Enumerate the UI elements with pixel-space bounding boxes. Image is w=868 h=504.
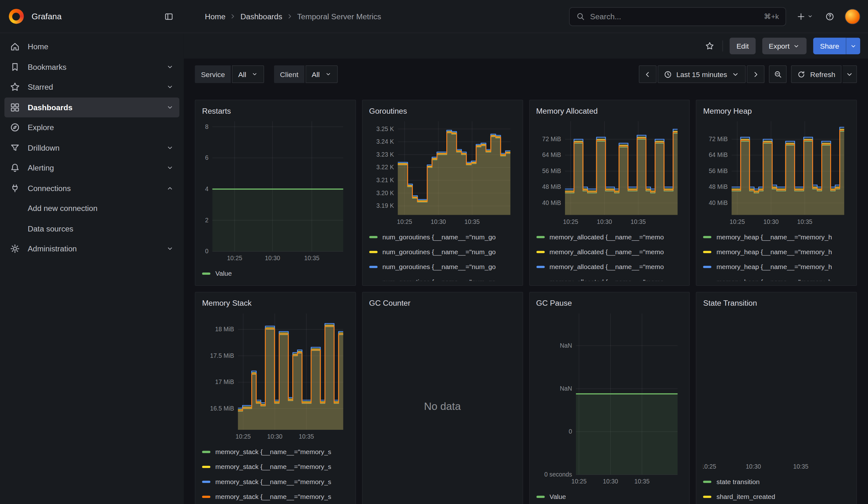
legend-item[interactable]: memory_heap {__name__="memory_h — [703, 244, 850, 259]
chart-area[interactable]: 72 MiB64 MiB56 MiB48 MiB40 MiB10:2510:30… — [536, 118, 683, 227]
legend-label: memory_heap {__name__="memory_h — [716, 263, 832, 271]
share-menu-chevron[interactable] — [846, 38, 860, 54]
legend-item[interactable]: memory_heap {__name__="memory_h — [703, 229, 850, 244]
legend: Value — [536, 489, 683, 504]
svg-text:10:25: 10:25 — [227, 255, 242, 261]
sidebar-item-data-sources[interactable]: Data sources — [4, 218, 179, 239]
chevron-down-icon — [732, 70, 740, 78]
legend-item[interactable]: Value — [202, 266, 349, 281]
legend-item[interactable]: memory_heap {__name__="memory_h — [703, 259, 850, 274]
avatar[interactable] — [845, 9, 860, 24]
sidebar-item-home[interactable]: Home — [4, 37, 179, 57]
sidebar-item-explore[interactable]: Explore — [4, 117, 179, 138]
refresh-interval-chevron[interactable] — [843, 65, 857, 83]
edit-button[interactable]: Edit — [730, 38, 755, 54]
panel-title[interactable]: State Transition — [703, 297, 850, 309]
help-icon[interactable] — [824, 10, 836, 22]
legend-color — [202, 465, 210, 468]
legend-item[interactable]: Value — [536, 489, 683, 504]
sidebar-toggle-icon[interactable] — [163, 10, 175, 22]
legend-item[interactable]: shard_item_created — [703, 489, 850, 504]
legend-color — [369, 236, 377, 238]
time-forward-button[interactable] — [747, 65, 765, 83]
time-range-picker[interactable]: Last 15 minutes — [658, 65, 746, 83]
legend-label: state transition — [716, 478, 760, 486]
refresh-button[interactable]: Refresh — [791, 65, 841, 83]
legend-label: Value — [549, 493, 566, 501]
legend-label: memory_allocated {__name__="memo — [549, 233, 664, 240]
breadcrumb-home[interactable]: Home — [205, 12, 226, 21]
chart-svg: 18 MiB17.5 MiB17 MiB16.5 MiB10:2510:3010… — [202, 310, 349, 442]
sidebar-item-connections[interactable]: Connections — [4, 178, 179, 198]
legend-item[interactable]: memory_allocated {__name__="memo — [536, 244, 683, 259]
bookmark-icon — [10, 62, 20, 72]
legend-item[interactable]: num_goroutines {__name__="num_go — [369, 259, 515, 274]
legend-item[interactable]: num_goroutines {__name__="num_go — [369, 274, 515, 281]
panel-title[interactable]: Memory Stack — [202, 297, 349, 309]
sidebar-item-alerting[interactable]: Alerting — [4, 158, 179, 178]
legend-item[interactable]: memory_allocated {__name__="memo — [536, 259, 683, 274]
panel-title[interactable]: Restarts — [202, 104, 349, 117]
legend-item[interactable]: memory_heap {__name__="memory_h — [703, 274, 850, 281]
star-icon — [10, 82, 20, 92]
home-icon — [10, 42, 20, 52]
legend-item[interactable]: memory_stack {__name__="memory_s — [202, 489, 349, 504]
legend-item[interactable]: memory_stack {__name__="memory_s — [202, 474, 349, 489]
chart-area[interactable]: NaNNaN00 seconds10:2510:3010:35 — [536, 310, 683, 487]
svg-text:10:30: 10:30 — [597, 218, 612, 225]
svg-text:64 MiB: 64 MiB — [542, 152, 561, 158]
chart-area[interactable]: 10:2510:3010:35 — [703, 310, 850, 472]
sidebar-item-starred[interactable]: Starred — [4, 77, 179, 97]
legend-label: memory_stack {__name__="memory_s — [215, 463, 331, 471]
header-left: Grafana — [0, 9, 184, 24]
time-range-label: Last 15 minutes — [676, 70, 727, 78]
zoom-out-icon[interactable] — [769, 65, 787, 83]
chevron-down-icon — [850, 42, 857, 50]
panel-gc-pause: GC PauseNaNNaN00 seconds10:2510:3010:35V… — [529, 292, 690, 504]
panel-title[interactable]: Goroutines — [369, 104, 515, 117]
service-filter-value[interactable]: All — [232, 65, 264, 83]
client-filter-value[interactable]: All — [306, 65, 338, 83]
search-input[interactable]: Search... ⌘+k — [569, 7, 786, 26]
time-back-button[interactable] — [639, 65, 656, 83]
star-icon[interactable] — [704, 40, 716, 52]
legend-item[interactable]: memory_stack {__name__="memory_s — [202, 444, 349, 459]
grafana-logo-icon[interactable] — [9, 9, 24, 24]
share-button[interactable]: Share — [813, 38, 846, 54]
chart-area[interactable]: 18 MiB17.5 MiB17 MiB16.5 MiB10:2510:3010… — [202, 310, 349, 442]
sidebar-item-add-new-connection[interactable]: Add new connection — [4, 198, 179, 218]
sidebar-item-bookmarks[interactable]: Bookmarks — [4, 57, 179, 77]
chevron-right-icon — [229, 13, 237, 20]
svg-text:10:35: 10:35 — [630, 218, 645, 225]
export-button[interactable]: Export — [762, 38, 807, 54]
sidebar-item-administration[interactable]: Administration — [4, 239, 179, 259]
client-filter: Client All — [274, 65, 338, 83]
svg-text:8: 8 — [205, 123, 209, 130]
sidebar-item-label: Explore — [28, 123, 54, 132]
add-menu-button[interactable] — [795, 10, 815, 22]
chart-area[interactable]: 72 MiB64 MiB56 MiB48 MiB40 MiB10:2510:30… — [703, 118, 850, 227]
svg-text:56 MiB: 56 MiB — [542, 168, 561, 174]
legend-label: memory_allocated {__name__="memo — [549, 263, 664, 271]
legend-item[interactable]: memory_stack {__name__="memory_s — [202, 459, 349, 474]
compass-icon — [10, 123, 20, 133]
legend-item[interactable]: state transition — [703, 474, 850, 489]
legend-item[interactable]: num_goroutines {__name__="num_go — [369, 229, 515, 244]
legend-item[interactable]: num_goroutines {__name__="num_go — [369, 244, 515, 259]
chart-area[interactable]: 3.25 K3.24 K3.23 K3.22 K3.21 K3.20 K3.19… — [369, 118, 515, 227]
legend-color — [703, 280, 711, 281]
sidebar-item-drilldown[interactable]: Drilldown — [4, 138, 179, 158]
legend-color — [536, 251, 545, 253]
legend-label: num_goroutines {__name__="num_go — [382, 248, 496, 256]
breadcrumb-dashboards[interactable]: Dashboards — [240, 12, 282, 21]
chart-area[interactable]: 8642010:2510:3010:35 — [202, 118, 349, 264]
legend-item[interactable]: memory_allocated {__name__="memo — [536, 274, 683, 281]
panel-title[interactable]: Memory Allocated — [536, 104, 683, 117]
panel-state-transition: State Transition10:2510:3010:35state tra… — [696, 292, 857, 504]
sidebar-item-dashboards[interactable]: Dashboards — [4, 97, 179, 117]
panel-restarts: Restarts8642010:2510:3010:35Value — [195, 100, 356, 286]
legend-item[interactable]: memory_allocated {__name__="memo — [536, 229, 683, 244]
panel-title[interactable]: GC Pause — [536, 297, 683, 309]
panel-title[interactable]: Memory Heap — [703, 104, 850, 117]
panel-title[interactable]: GC Counter — [369, 297, 515, 309]
